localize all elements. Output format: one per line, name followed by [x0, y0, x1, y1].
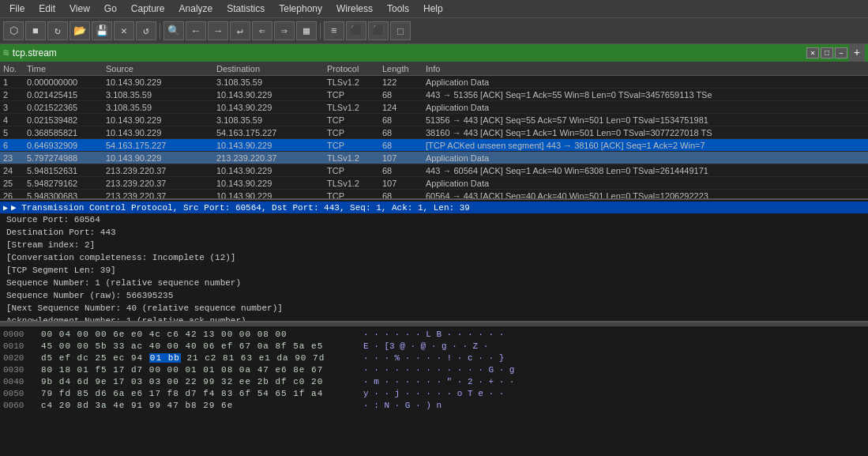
toolbar-search-btn[interactable]: 🔍 — [163, 21, 184, 40]
pkt-proto: TCP — [324, 166, 379, 175]
pkt-info: 38160 → 443 [ACK] Seq=1 Ack=1 Win=501 Le… — [423, 128, 868, 138]
detail-row: Destination Port: 443 — [0, 226, 868, 239]
menu-go[interactable]: Go — [98, 2, 123, 16]
expand-arrow-icon: ▶ — [3, 203, 8, 213]
pkt-len: 68 — [379, 191, 423, 201]
hex-bytes: 80 18 01 f5 17 d7 00 00 01 01 08 0a 47 e… — [41, 365, 357, 375]
pkt-proto: TCP — [324, 141, 379, 150]
toolbar-back-btn[interactable]: ← — [186, 21, 206, 40]
toolbar-forward-btn[interactable]: → — [208, 21, 228, 40]
detail-row: [TCP Segment Len: 39] — [0, 264, 868, 277]
packet-row[interactable]: 25 5.948279162 213.239.220.37 10.143.90.… — [0, 177, 868, 190]
detail-row: Sequence Number (raw): 566395235 — [0, 289, 868, 302]
menu-wireless[interactable]: Wireless — [330, 2, 379, 16]
maximize-window-btn[interactable]: □ — [821, 47, 833, 58]
pkt-info: [TCP ACKed unseen segment] 443 → 38160 [… — [423, 141, 868, 150]
packet-row[interactable]: 24 5.948152631 213.239.220.37 10.143.90.… — [0, 164, 868, 177]
hex-offset: 0020 — [3, 353, 35, 363]
pkt-dst: 10.143.90.229 — [213, 103, 324, 112]
pkt-info: Application Data — [423, 153, 868, 163]
pkt-info: Application Data — [423, 179, 868, 188]
hex-offset: 0040 — [3, 377, 35, 386]
pkt-src: 10.143.90.229 — [103, 115, 213, 125]
pkt-src: 10.143.90.229 — [103, 77, 213, 87]
toolbar-prev-btn[interactable]: ⇐ — [252, 21, 272, 40]
pkt-src: 54.163.175.227 — [103, 141, 213, 150]
menu-view[interactable]: View — [63, 2, 96, 16]
pkt-dst: 54.163.175.227 — [213, 128, 324, 138]
pkt-src: 3.108.35.59 — [103, 103, 213, 112]
pkt-time: 0.021539482 — [24, 115, 103, 125]
pkt-no: 2 — [0, 90, 24, 100]
packet-row[interactable]: 23 5.797274988 10.143.90.229 213.239.220… — [0, 152, 868, 164]
pkt-proto: TCP — [324, 128, 379, 138]
menu-statistics[interactable]: Statistics — [220, 2, 271, 16]
tcp-header-text: ▶ Transmission Control Protocol, Src Por… — [11, 202, 470, 213]
pkt-dst: 10.143.90.229 — [213, 166, 324, 175]
hex-offset: 0010 — [3, 341, 35, 351]
pkt-no: 23 — [0, 153, 24, 163]
col-no-header: No. — [0, 64, 24, 73]
tcp-header-expand[interactable]: ▶ ▶ Transmission Control Protocol, Src P… — [0, 202, 868, 213]
menu-help[interactable]: Help — [417, 2, 449, 16]
packet-row[interactable]: 5 0.368585821 10.143.90.229 54.163.175.2… — [0, 126, 868, 139]
toolbar-colorize-btn[interactable]: ≡ — [324, 21, 344, 40]
toolbar-save-btn[interactable]: 💾 — [92, 21, 112, 40]
hex-offset: 0060 — [3, 401, 35, 410]
menu-tools[interactable]: Tools — [381, 2, 415, 16]
hex-offset: 0000 — [3, 330, 35, 339]
toolbar-interface-btn[interactable]: ⬡ — [3, 21, 24, 40]
menu-analyze[interactable]: Analyze — [173, 2, 220, 16]
toolbar-goto-btn[interactable]: ↵ — [230, 21, 250, 40]
detail-row: [Stream index: 2] — [0, 239, 868, 251]
pkt-no: 4 — [0, 115, 24, 125]
toolbar-options-btn[interactable]: ⬚ — [390, 21, 411, 40]
pkt-info: 60564 → 443 [ACK] Seq=40 Ack=40 Win=501 … — [423, 191, 868, 201]
packet-row[interactable]: 4 0.021539482 10.143.90.229 3.108.35.59 … — [0, 114, 868, 126]
hex-bytes: 9b d4 6d 9e 17 03 03 00 22 99 32 ee 2b d… — [41, 377, 357, 386]
packet-rows: 1 0.000000000 10.143.90.229 3.108.35.59 … — [0, 76, 868, 200]
pkt-info: Application Data — [423, 103, 868, 112]
packet-row[interactable]: 6 0.646932909 54.163.175.227 10.143.90.2… — [0, 139, 868, 152]
pkt-src: 213.239.220.37 — [103, 166, 213, 175]
menu-file[interactable]: File — [3, 2, 31, 16]
pkt-dst: 10.143.90.229 — [213, 90, 324, 100]
stream-icon: ≋ — [3, 47, 9, 59]
pkt-dst: 10.143.90.229 — [213, 141, 324, 150]
toolbar-next-btn[interactable]: ⇒ — [274, 21, 295, 40]
toolbar-stop2-btn[interactable]: ⬛ — [368, 21, 389, 40]
packet-row[interactable]: 3 0.021522365 3.108.35.59 10.143.90.229 … — [0, 101, 868, 114]
hex-ascii: · m · · · · · · " · 2 · + · · — [363, 377, 514, 386]
packet-row[interactable]: 26 5.948300683 213.239.220.37 10.143.90.… — [0, 190, 868, 200]
packet-row[interactable]: 1 0.000000000 10.143.90.229 3.108.35.59 … — [0, 76, 868, 89]
toolbar-close-btn[interactable]: ✕ — [114, 21, 134, 40]
menu-telephony[interactable]: Telephony — [272, 2, 329, 16]
pkt-src: 213.239.220.37 — [103, 179, 213, 188]
pkt-no: 3 — [0, 103, 24, 112]
pkt-time: 5.948300683 — [24, 191, 103, 201]
toolbar-open-btn[interactable]: 📂 — [70, 21, 90, 40]
menu-capture[interactable]: Capture — [125, 2, 171, 16]
detail-rows: Source Port: 60564 Destination Port: 443… — [0, 213, 868, 322]
menu-edit[interactable]: Edit — [32, 2, 62, 16]
toolbar-filter-btn[interactable]: ▦ — [296, 21, 317, 40]
hex-ascii: · · · · · · · · · · · · G · g — [363, 365, 514, 375]
pkt-time: 5.948279162 — [24, 179, 103, 188]
pkt-info: Application Data — [423, 77, 868, 87]
toolbar-restart-btn[interactable]: ↻ — [47, 21, 68, 40]
pkt-proto: TLSv1.2 — [324, 153, 379, 163]
pkt-dst: 3.108.35.59 — [213, 115, 324, 125]
minimize-window-btn[interactable]: – — [835, 47, 847, 58]
pkt-len: 107 — [379, 153, 423, 163]
toolbar-stop-btn[interactable]: ■ — [25, 21, 46, 40]
hex-panel: 0000 00 04 00 00 6e e0 4c c6 42 13 00 00… — [0, 326, 868, 456]
close-window-btn[interactable]: ✕ — [806, 47, 819, 58]
add-tab-btn[interactable]: + — [849, 44, 865, 62]
hex-bytes: d5 ef dc 25 ec 94 01 bb 21 c2 81 63 e1 d… — [41, 353, 357, 363]
packet-row[interactable]: 2 0.021425415 3.108.35.59 10.143.90.229 … — [0, 89, 868, 101]
toolbar-zoom-btn[interactable]: ⬛ — [346, 21, 366, 40]
toolbar-reload-btn[interactable]: ↺ — [136, 21, 156, 40]
pkt-no: 5 — [0, 128, 24, 138]
detail-row: Sequence Number: 1 (relative sequence nu… — [0, 277, 868, 289]
packet-list[interactable]: No. Time Source Destination Protocol Len… — [0, 62, 868, 200]
